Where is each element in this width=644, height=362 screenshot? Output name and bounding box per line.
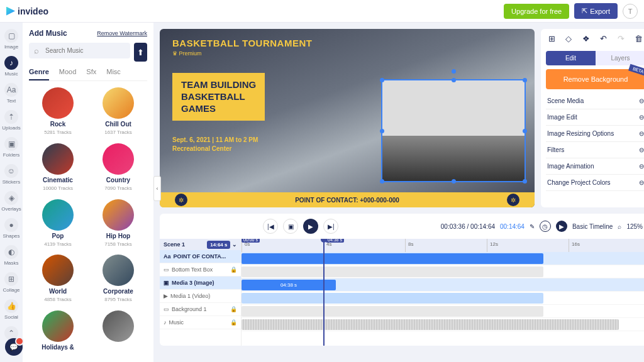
clip-audio[interactable] — [242, 319, 619, 330]
genre-world[interactable]: World4858 Tracks — [29, 255, 87, 305]
accord-image-edit[interactable]: Image Edit⊖ — [546, 109, 644, 126]
track[interactable] — [242, 305, 644, 318]
genre-corporate[interactable]: Corporate8795 Tracks — [89, 255, 147, 305]
nav-text[interactable]: AaText — [0, 80, 23, 106]
track[interactable] — [242, 318, 644, 331]
nav-social[interactable]: 👍Social — [0, 297, 23, 322]
export-button[interactable]: ⇱ Export — [574, 3, 618, 19]
play-button[interactable]: ▶ — [303, 219, 318, 234]
search-input[interactable] — [29, 43, 130, 58]
track-label[interactable]: AaPOINT OF CONTA... — [160, 250, 241, 263]
clip[interactable] — [242, 293, 543, 304]
nav-masks[interactable]: ◐Masks — [0, 243, 23, 268]
genre-pop[interactable]: Pop4139 Tracks — [29, 199, 87, 250]
genre-holidays-&[interactable]: Holidays & — [29, 310, 87, 356]
canvas[interactable]: BASKETBALL TOURNAMENT ♛ Premium TEAM BUI… — [160, 29, 535, 207]
nav-stickers[interactable]: ☺Stickers — [0, 162, 23, 187]
canvas-subtitle: Sept. 6, 2021 | 11 AM to 2 PMRecreationa… — [172, 136, 258, 153]
track-label[interactable]: ▭Bottom Text Box🔒 — [160, 263, 241, 277]
clip[interactable] — [242, 266, 543, 277]
genre-hip-hop[interactable]: Hip Hop7158 Tracks — [89, 199, 147, 250]
tab-sfx[interactable]: Sfx — [86, 68, 96, 80]
nav-music[interactable]: ♪Music — [0, 53, 23, 79]
collapse-sidepanel-button[interactable]: ‹ — [153, 176, 161, 201]
loop-icon[interactable]: ▶ — [556, 221, 567, 232]
contact-bar: POINT OF CONTACT: +000-000-000 — [160, 192, 535, 207]
logo-icon — [6, 7, 15, 16]
tab-mood[interactable]: Mood — [59, 68, 77, 80]
genre-thumb — [103, 87, 134, 119]
frame-button[interactable]: ▣ — [283, 219, 298, 234]
tab-layers[interactable]: Layers — [596, 51, 644, 65]
collage-icon: ⊞ — [4, 272, 18, 286]
undo-icon[interactable]: ↶ — [600, 34, 607, 43]
accord-filters[interactable]: Filters⊖ — [546, 142, 644, 158]
layers-icon[interactable]: ❖ — [582, 34, 590, 43]
track-label[interactable]: ▣Media 3 (Image) — [160, 277, 241, 290]
track[interactable]: 04:38 s — [242, 278, 644, 292]
export-icon: ⇱ — [582, 7, 587, 15]
accord-image-animation[interactable]: Image Animation⊖ — [546, 158, 644, 175]
track-label[interactable]: ▭Background 1🔒 — [160, 303, 241, 316]
prev-button[interactable]: |◀ — [263, 219, 278, 234]
grid-icon[interactable]: ⊞ — [548, 34, 555, 43]
next-button[interactable]: ▶| — [323, 219, 338, 234]
nav-rail: ▢Image♪MusicAaText⇡Uploads▣Folders☺Stick… — [0, 23, 23, 362]
nav-shapes[interactable]: ●Shapes — [0, 216, 23, 241]
nav-folders[interactable]: ▣Folders — [0, 134, 23, 160]
nav-uploads[interactable]: ⇡Uploads — [0, 107, 23, 133]
clock-icon[interactable]: ◷ — [540, 221, 551, 232]
genre-rock[interactable]: Rock5281 Tracks — [29, 87, 87, 138]
tab-misc[interactable]: Misc — [106, 68, 121, 80]
tab-genre[interactable]: Genre — [29, 68, 49, 80]
panel-title: Add Music — [29, 29, 67, 38]
lock-icon: 🔒 — [230, 319, 237, 326]
accord-image-resizing-options[interactable]: Image Resizing Options⊖ — [546, 126, 644, 142]
track-label[interactable]: ♪Music🔒 — [160, 316, 241, 329]
nav-collage[interactable]: ⊞Collage — [0, 270, 23, 295]
selected-image[interactable] — [381, 79, 526, 182]
clip[interactable] — [242, 253, 543, 264]
remove-watermark-link[interactable]: Remove Watermark — [97, 30, 147, 36]
accord-scene-media[interactable]: Scene Media⊖ — [546, 93, 644, 109]
logo[interactable]: invideo — [6, 6, 48, 16]
track[interactable] — [242, 292, 644, 305]
brand-name: invideo — [18, 6, 48, 16]
zoom-icon[interactable]: ⌕ — [618, 223, 621, 230]
chat-button[interactable]: 💬 — [5, 338, 23, 356]
scene-head[interactable]: Scene 1 14:64 s ⌄ — [160, 239, 241, 250]
chevron-down-icon: ⊖ — [639, 163, 644, 170]
clip-selected[interactable]: 04:38 s — [242, 280, 336, 290]
avatar[interactable]: T — [623, 4, 638, 19]
genre-cinematic[interactable]: Cinematic10000 Tracks — [29, 143, 87, 194]
tab-edit[interactable]: Edit — [546, 51, 596, 65]
trash-icon[interactable]: 🗑 — [635, 34, 643, 43]
upgrade-button[interactable]: Upgrade for free — [504, 4, 569, 19]
genre-item[interactable] — [89, 310, 147, 356]
tracks-area[interactable]: 00:00 s 04:38 s 0s4s8s12s16s 04:38 s — [242, 239, 644, 346]
nav-overlays[interactable]: ◈Overlays — [0, 189, 23, 214]
genre-chill-out[interactable]: Chill Out1637 Tracks — [89, 87, 147, 138]
redo-icon[interactable]: ↷ — [618, 34, 625, 43]
layer-icon[interactable]: ◇ — [565, 34, 572, 43]
track[interactable] — [242, 252, 644, 265]
playhead[interactable] — [323, 239, 325, 346]
genre-thumb — [103, 255, 134, 286]
remove-background-button[interactable]: Remove Background BETA — [546, 69, 644, 89]
track[interactable] — [242, 265, 644, 278]
clip[interactable] — [242, 306, 543, 317]
nav-image[interactable]: ▢Image — [0, 26, 23, 52]
genre-country[interactable]: Country7090 Tracks — [89, 143, 147, 194]
social-icon: 👍 — [4, 299, 18, 313]
genre-thumb — [42, 255, 74, 286]
timeline-mode[interactable]: Basic Timeline — [572, 223, 613, 230]
image-icon: ▢ — [4, 29, 18, 43]
edit-time-icon[interactable]: ✎ — [530, 223, 535, 230]
track-label[interactable]: ▶Media 1 (Video) — [160, 290, 241, 303]
chevron-down-icon[interactable]: ⌄ — [232, 241, 237, 248]
music-icon: ♪ — [4, 56, 18, 70]
side-panel: Add Music Remove Watermark ⬆ GenreMoodSf… — [23, 23, 153, 362]
accord-change-project-colors[interactable]: Change Project Colors⊖ — [546, 175, 644, 191]
chevron-down-icon: ⊖ — [639, 146, 644, 153]
upload-button[interactable]: ⬆ — [134, 43, 147, 62]
